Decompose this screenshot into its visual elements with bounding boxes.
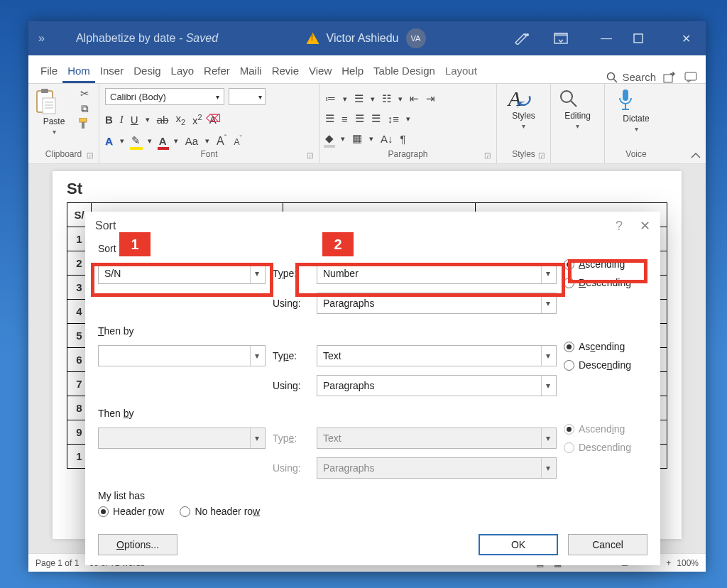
align-center-button[interactable]: ≡ (341, 113, 348, 125)
ascending-2[interactable]: Ascending (564, 341, 631, 352)
editing-label: Editing (564, 111, 591, 121)
maximize-button[interactable] (633, 33, 659, 43)
descending-2[interactable]: Descending (564, 359, 631, 371)
strike-button[interactable]: ab (157, 114, 169, 126)
tab-table-design[interactable]: Table Design (368, 59, 440, 83)
comments-button[interactable] (684, 72, 706, 83)
font-size-combo[interactable]: ▾ (229, 88, 266, 105)
justify-button[interactable]: ☰ (371, 112, 381, 125)
tab-review[interactable]: Revie (267, 59, 304, 83)
ascending-1[interactable]: Ascending (564, 258, 631, 270)
subscript-button[interactable]: x2 (175, 112, 185, 126)
tab-design[interactable]: Desig (129, 59, 165, 83)
collapse-ribbon-icon[interactable] (690, 152, 701, 160)
dec-indent-button[interactable]: ⇤ (410, 92, 419, 105)
styles-launcher-icon[interactable]: ◲ (538, 151, 545, 159)
search-box[interactable]: Search (606, 71, 663, 83)
share-button[interactable] (663, 72, 684, 83)
sort-using-2[interactable]: Paragraphs▾ (317, 375, 557, 396)
bullets-button[interactable]: ≔ (325, 92, 336, 105)
tab-file[interactable]: File (35, 59, 62, 83)
options-button[interactable]: Options... (98, 534, 177, 555)
paste-button[interactable]: Paste▾ (34, 88, 74, 136)
align-left-button[interactable]: ☰ (325, 112, 334, 125)
svg-rect-11 (80, 118, 87, 122)
tab-insert[interactable]: Inser (95, 59, 129, 83)
avatar[interactable]: VA (406, 28, 426, 48)
zoom-in-button[interactable]: + (666, 558, 671, 568)
group-styles: Styles (512, 149, 535, 159)
tab-help[interactable]: Help (337, 59, 368, 83)
minimize-button[interactable]: — (594, 32, 619, 45)
highlight-button[interactable]: ✎ (131, 134, 141, 147)
tab-view[interactable]: View (304, 59, 337, 83)
editing-button[interactable]: Editing▾ (558, 88, 598, 131)
zoom-value[interactable]: 100% (677, 558, 699, 568)
ribbon-mode-icon[interactable] (554, 33, 579, 44)
descending-1[interactable]: Descending (564, 277, 631, 288)
sort-level-1: Sort by S/N▾ Type: Number▾ Ascending Des… (98, 243, 647, 318)
grow-font-button[interactable]: Aˆ (217, 134, 226, 148)
text-effects-button[interactable]: A (105, 135, 113, 147)
tab-mailings[interactable]: Maili (235, 59, 267, 83)
tab-table-layout[interactable]: Layout (440, 59, 482, 83)
show-marks-button[interactable]: ¶ (400, 133, 406, 145)
save-state: - Saved (179, 32, 218, 44)
list-has: My list has Header row No header row (98, 490, 647, 517)
group-paragraph: Paragraph (388, 149, 427, 159)
using-label-3: Using: (273, 462, 310, 474)
multilevel-button[interactable]: ☷ (382, 92, 391, 105)
shading-button[interactable]: ◆ (325, 132, 334, 145)
line-spacing-button[interactable]: ↕≡ (388, 113, 399, 125)
dictate-button[interactable]: Dictate▾ (616, 88, 656, 134)
font-color-button[interactable]: A (159, 135, 167, 147)
sort-type-3-value: Text (323, 432, 341, 444)
styles-button[interactable]: A⤾ Styles▾ (504, 88, 544, 131)
qa-collapse-icon[interactable]: » (35, 32, 48, 45)
font-name-combo[interactable]: Calibri (Body)▾ (105, 88, 224, 105)
ok-button[interactable]: OK (479, 534, 558, 555)
change-case-button[interactable]: Aa (185, 135, 198, 147)
no-header-row-radio[interactable]: No header row (180, 506, 260, 517)
close-button[interactable]: ✕ (673, 32, 699, 45)
title-bar: » Alphabetize by date - Saved Victor Ash… (28, 21, 706, 55)
sort-type-1[interactable]: Number▾ (317, 263, 557, 284)
paragraph-launcher-icon[interactable]: ◲ (484, 151, 491, 159)
sort-field-2[interactable]: ▾ (98, 345, 266, 366)
bold-button[interactable]: B (105, 114, 113, 126)
cancel-button[interactable]: Cancel (568, 534, 647, 555)
align-right-button[interactable]: ☰ (355, 112, 364, 125)
sort-button[interactable]: A↓ (381, 133, 393, 145)
tab-references[interactable]: Refer (199, 59, 235, 83)
sort-type-2[interactable]: Text▾ (317, 345, 557, 366)
callout-badge-1: 1 (119, 232, 151, 256)
borders-button[interactable]: ▦ (352, 132, 362, 145)
document-name: Alphabetize by date (76, 32, 176, 44)
font-name-value: Calibri (Body) (110, 92, 166, 102)
superscript-button[interactable]: x2 (192, 113, 202, 126)
copy-icon[interactable]: ⧉ (81, 103, 89, 114)
status-page[interactable]: Page 1 of 1 (35, 558, 79, 568)
tab-layout[interactable]: Layo (166, 59, 199, 83)
tab-home[interactable]: Hom (62, 59, 95, 83)
callout-badge-2: 2 (322, 232, 354, 256)
cut-icon[interactable]: ✂ (80, 88, 89, 99)
format-painter-icon[interactable] (78, 118, 91, 129)
word-window: » Alphabetize by date - Saved Victor Ash… (28, 21, 706, 572)
dialog-close-icon[interactable]: ✕ (640, 218, 650, 234)
font-launcher-icon[interactable]: ◲ (307, 151, 313, 159)
sort-using-1[interactable]: Paragraphs▾ (317, 293, 557, 314)
clipboard-launcher-icon[interactable]: ◲ (87, 151, 93, 159)
underline-button[interactable]: U (131, 114, 138, 126)
document-title: Alphabetize by date - Saved (76, 32, 218, 45)
clear-format-button[interactable]: A⌫ (209, 114, 217, 126)
header-row-radio[interactable]: Header row (98, 506, 164, 517)
italic-button[interactable]: I (120, 114, 124, 126)
search-label: Search (622, 71, 656, 83)
draw-mode-icon[interactable] (514, 32, 540, 45)
help-icon[interactable]: ? (616, 219, 623, 234)
inc-indent-button[interactable]: ⇥ (426, 92, 435, 105)
shrink-font-button[interactable]: Aˇ (234, 134, 242, 147)
sort-field-1[interactable]: S/N▾ (98, 263, 266, 284)
numbering-button[interactable]: ☰ (354, 92, 364, 105)
